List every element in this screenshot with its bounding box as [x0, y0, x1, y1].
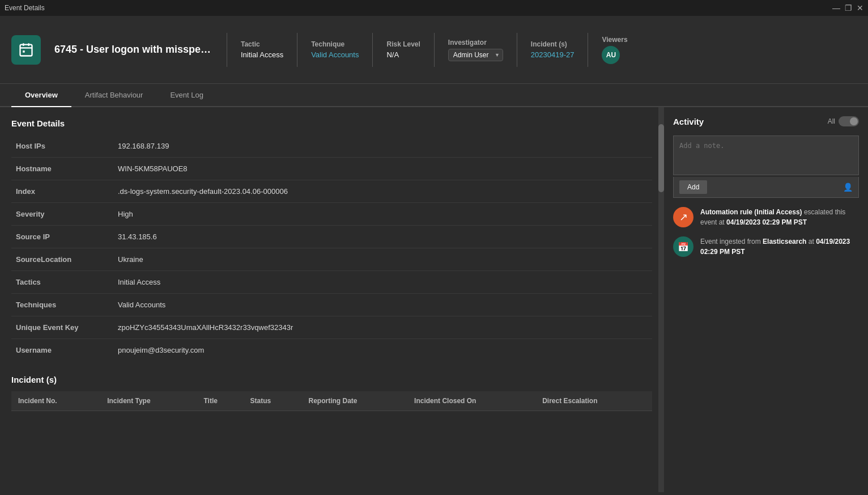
technique-field: Technique Valid Accounts: [311, 40, 359, 59]
avatar: AU: [602, 46, 620, 64]
table-row: Unique Event Key zpoHZYc34554343UmaXAllH…: [11, 316, 652, 339]
svg-rect-4: [23, 50, 25, 53]
scroll-track[interactable]: [658, 107, 664, 492]
note-input-area: Add 👤: [673, 136, 859, 198]
toggle-pill[interactable]: [839, 116, 859, 126]
tab-overview[interactable]: Overview: [11, 84, 71, 107]
activity-item-2: 📅 Event ingested from Elasticsearch at 0…: [673, 236, 859, 257]
incident-column-header: Reporting Date: [302, 391, 408, 411]
field-value: .ds-logs-system.security-default-2023.04…: [113, 180, 652, 203]
event-icon: [11, 35, 41, 65]
activity-toggle[interactable]: All: [828, 116, 859, 126]
incident-value[interactable]: 20230419-27: [531, 50, 575, 59]
incident-field: Incident (s) 20230419-27: [531, 40, 575, 59]
field-label: Tactics: [11, 271, 113, 294]
field-value: zpoHZYc34554343UmaXAllHcR3432r33vqwef323…: [113, 316, 652, 339]
tab-artifact-behaviour[interactable]: Artifact Behaviour: [71, 84, 157, 107]
svg-rect-0: [20, 44, 32, 56]
viewers-field: Viewers AU: [602, 36, 627, 64]
incident-column-header: Direct Escalation: [535, 391, 652, 411]
header-divider-1: [227, 33, 227, 67]
incident-table: Incident No.Incident TypeTitleStatusRepo…: [11, 391, 652, 411]
investigator-select-wrapper[interactable]: Admin User: [448, 49, 503, 61]
table-row: Techniques Valid Accounts: [11, 294, 652, 316]
tactic-label: Tactic: [241, 40, 283, 48]
note-actions: Add 👤: [673, 177, 859, 198]
incident-column-header: Status: [244, 391, 302, 411]
table-row: Username pnoujeim@d3security.com: [11, 339, 652, 362]
window-title: Event Details: [5, 4, 45, 12]
left-panel: Event Details Host IPs 192.168.87.139 Ho…: [0, 107, 664, 492]
field-value: pnoujeim@d3security.com: [113, 339, 652, 362]
maximize-button[interactable]: ❐: [845, 3, 852, 12]
table-row: Severity High: [11, 203, 652, 226]
tactic-value: Initial Access: [241, 50, 283, 59]
ingest-icon: 📅: [673, 236, 693, 257]
activity-title: Activity: [673, 117, 704, 126]
close-button[interactable]: ✕: [857, 3, 863, 12]
header-divider-3: [372, 33, 373, 67]
event-details-table: Host IPs 192.168.87.139 Hostname WIN-5KM…: [11, 135, 652, 361]
investigator-select[interactable]: Admin User: [448, 49, 503, 61]
activity-header: Activity All: [673, 116, 859, 126]
elasticsearch-label: Elasticsearch: [763, 238, 806, 246]
technique-value[interactable]: Valid Accounts: [311, 50, 359, 59]
tactic-field: Tactic Initial Access: [241, 40, 283, 59]
incident-column-header: Incident No.: [11, 391, 100, 411]
table-row: Tactics Initial Access: [11, 271, 652, 294]
activity-text-2: Event ingested from Elasticsearch at 04/…: [700, 236, 859, 257]
minimize-button[interactable]: —: [832, 3, 840, 12]
tab-event-log[interactable]: Event Log: [156, 84, 217, 107]
scroll-thumb: [658, 124, 664, 192]
activity-log: ↗ Automation rule (Initial Access) escal…: [673, 207, 859, 257]
attach-icon[interactable]: 👤: [843, 183, 853, 192]
header-divider-6: [588, 33, 588, 67]
investigator-label: Investigator: [448, 39, 503, 46]
field-value: Initial Access: [113, 271, 652, 294]
table-row: Hostname WIN-5KM58PAUOE8: [11, 158, 652, 180]
field-value: Ukraine: [113, 248, 652, 271]
main-content: Event Details Host IPs 192.168.87.139 Ho…: [0, 107, 868, 492]
activity-item-1: ↗ Automation rule (Initial Access) escal…: [673, 207, 859, 227]
calendar-icon: [18, 42, 34, 58]
field-label: Source IP: [11, 226, 113, 248]
field-value: High: [113, 203, 652, 226]
incident-column-header: Incident Type: [100, 391, 197, 411]
field-label: Host IPs: [11, 135, 113, 158]
field-value: 192.168.87.139: [113, 135, 652, 158]
table-row: Source IP 31.43.185.6: [11, 226, 652, 248]
note-textarea[interactable]: [673, 136, 859, 175]
add-note-button[interactable]: Add: [679, 180, 707, 194]
technique-label: Technique: [311, 40, 359, 48]
field-value: 31.43.185.6: [113, 226, 652, 248]
incident-label: Incident (s): [531, 40, 575, 48]
header-divider-2: [297, 33, 297, 67]
incident-column-header: Incident Closed On: [407, 391, 535, 411]
table-row: Host IPs 192.168.87.139: [11, 135, 652, 158]
investigator-field: Investigator Admin User: [448, 39, 503, 61]
field-label: Username: [11, 339, 113, 362]
tab-bar: Overview Artifact Behaviour Event Log: [0, 84, 868, 107]
risk-level-label: Risk Level: [386, 40, 420, 48]
field-label: SourceLocation: [11, 248, 113, 271]
window-controls[interactable]: — ❐ ✕: [832, 3, 863, 12]
field-label: Unique Event Key: [11, 316, 113, 339]
calendar-small-icon: 📅: [678, 242, 689, 252]
automation-rule-label: Automation rule (Initial Access): [700, 208, 802, 216]
arrow-icon: ↗: [679, 211, 688, 223]
incident-column-header: Title: [197, 391, 243, 411]
field-value: Valid Accounts: [113, 294, 652, 316]
incident-section-title: Incident (s): [11, 375, 652, 384]
event-header: 6745 - User logon with misspelled ... Ta…: [0, 16, 868, 84]
header-divider-5: [517, 33, 517, 67]
activity-panel: Activity All Add 👤 ↗ Automation rule (In…: [664, 107, 868, 492]
title-bar: Event Details — ❐ ✕: [0, 0, 868, 16]
escalation-icon: ↗: [673, 207, 693, 227]
viewers-label: Viewers: [602, 36, 627, 44]
event-title: 6745 - User logon with misspelled ...: [54, 44, 213, 56]
field-label: Index: [11, 180, 113, 203]
table-row: Index .ds-logs-system.security-default-2…: [11, 180, 652, 203]
field-label: Hostname: [11, 158, 113, 180]
header-divider-4: [434, 33, 435, 67]
field-label: Techniques: [11, 294, 113, 316]
